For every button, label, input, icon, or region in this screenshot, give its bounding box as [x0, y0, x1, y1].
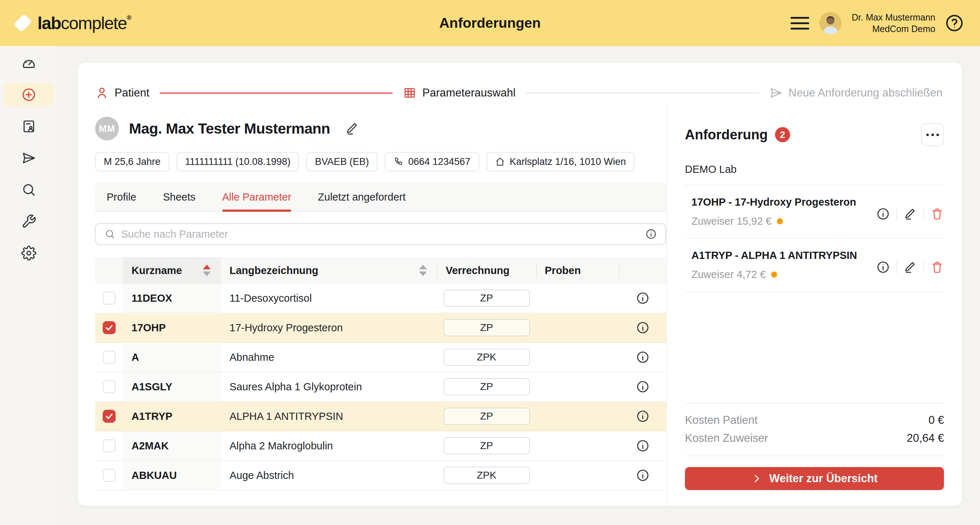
cell-kurzname: A	[123, 343, 221, 371]
parameter-tabs: Profile Sheets Alle Parameter Zuletzt an…	[95, 183, 666, 212]
sidebar-item-new-request[interactable]	[3, 83, 54, 106]
cell-kurzname: 11DEOX	[123, 284, 221, 312]
costs-summary: Kosten Patient 0 € Kosten Zuweiser 20,64…	[685, 404, 944, 455]
cell-langbezeichnung: 11-Desoxycortisol	[221, 292, 437, 304]
sample-dot	[771, 271, 777, 278]
stepper: Patient Parameterauswahl Neue Anforderun…	[78, 63, 962, 106]
sidebar-item-send[interactable]	[3, 146, 54, 170]
row-info-icon[interactable]	[636, 468, 650, 482]
logo-text: labcomplete®	[37, 13, 131, 33]
person-icon	[95, 86, 109, 100]
row-checkbox[interactable]	[103, 321, 116, 334]
step-patient[interactable]: Patient	[95, 86, 150, 100]
order-item-price-label: Zuweiser 15,92 €	[691, 215, 772, 227]
cell-kurzname: ABKUAU	[123, 461, 221, 490]
order-item-price-label: Zuweiser 4,72 €	[691, 269, 765, 281]
more-options-button[interactable]	[921, 123, 944, 146]
row-info-icon[interactable]	[636, 291, 650, 305]
chip-ssn: 1111111111 (10.08.1998)	[177, 152, 299, 171]
chip-phone: 0664 1234567	[385, 152, 479, 171]
row-checkbox[interactable]	[103, 292, 116, 305]
sidebar-item-settings[interactable]	[3, 241, 54, 265]
column-header-langbezeichnung[interactable]: Langbezeichnung	[221, 257, 437, 284]
row-checkbox[interactable]	[103, 469, 116, 482]
divider	[923, 208, 924, 220]
step-patient-label: Patient	[115, 86, 150, 99]
column-header-proben: Proben	[536, 257, 619, 284]
verrechnung-button[interactable]: ZP	[444, 319, 530, 336]
verrechnung-button[interactable]: ZPK	[444, 349, 530, 366]
column-header-kurzname[interactable]: Kurzname	[123, 257, 221, 284]
info-icon[interactable]	[876, 207, 890, 221]
sidebar-item-patient-records[interactable]	[3, 114, 54, 138]
send-icon	[769, 86, 783, 100]
user-name: Dr. Max Mustermann	[852, 11, 935, 24]
edit-patient-button[interactable]	[345, 122, 359, 135]
table-row: 17OHP 17-Hydroxy Progesteron ZP	[95, 313, 666, 343]
menu-icon[interactable]	[791, 17, 809, 30]
order-item-price: Zuweiser 15,92 €	[691, 215, 876, 227]
row-checkbox[interactable]	[103, 380, 116, 393]
pencil-icon[interactable]	[904, 261, 916, 274]
tab-profile[interactable]: Profile	[107, 183, 136, 211]
help-icon[interactable]	[945, 14, 963, 32]
search-input[interactable]	[121, 228, 640, 240]
sidebar-item-tools[interactable]	[3, 209, 54, 233]
lab-name: DEMO Lab	[685, 163, 944, 175]
home-icon	[495, 157, 505, 167]
column-header-actions	[619, 257, 666, 284]
tab-zuletzt-angefordert[interactable]: Zuletzt angefordert	[318, 183, 405, 211]
logo-complete: complete	[61, 13, 127, 33]
patient-name: Mag. Max Tester Mustermann	[129, 120, 330, 137]
row-info-icon[interactable]	[636, 351, 650, 364]
user-avatar[interactable]	[819, 12, 842, 34]
step-parameter[interactable]: Parameterauswahl	[403, 86, 515, 100]
continue-to-overview-button[interactable]: Weiter zur Übersicht	[685, 467, 944, 490]
order-item: 17OHP - 17-Hydroxy Progesteron Zuweiser …	[685, 186, 944, 239]
verrechnung-button[interactable]: ZPK	[444, 467, 530, 484]
user-info: Dr. Max Mustermann MedCom Demo	[852, 11, 935, 35]
step-finish-label: Neue Anforderung abschließen	[789, 86, 943, 99]
cell-langbezeichnung: ALPHA 1 ANTITRYPSIN	[221, 411, 437, 422]
row-checkbox[interactable]	[103, 410, 116, 423]
order-item: A1TRYP - ALPHA 1 ANTITRYPSIN Zuweiser 4,…	[685, 239, 944, 292]
verrechnung-button[interactable]: ZP	[444, 378, 530, 395]
cell-langbezeichnung: Abnahme	[221, 351, 437, 363]
table-row: A1SGLY Saures Alpha 1 Glykoprotein ZP	[95, 372, 666, 402]
divider	[896, 208, 897, 220]
order-item-title: A1TRYP - ALPHA 1 ANTITRYPSIN	[691, 249, 876, 262]
row-info-icon[interactable]	[636, 439, 650, 453]
trash-icon[interactable]	[930, 207, 944, 221]
cost-label: Kosten Zuweiser	[685, 432, 768, 445]
tab-sheets[interactable]: Sheets	[163, 183, 195, 211]
dashboard-icon	[21, 56, 37, 71]
sidebar	[0, 46, 58, 525]
sidebar-item-dashboard[interactable]	[3, 51, 54, 75]
cost-value: 20,64 €	[907, 432, 944, 445]
send-icon	[21, 151, 37, 166]
search-icon	[21, 182, 37, 197]
row-checkbox[interactable]	[103, 351, 116, 364]
phone-icon	[393, 157, 404, 167]
row-info-icon[interactable]	[636, 409, 650, 423]
verrechnung-button[interactable]: ZP	[444, 437, 530, 454]
verrechnung-button[interactable]: ZP	[444, 290, 530, 307]
cell-langbezeichnung: Saures Alpha 1 Glykoprotein	[221, 381, 437, 393]
check-icon	[105, 412, 114, 421]
tab-alle-parameter[interactable]: Alle Parameter	[222, 183, 291, 211]
column-header-kurzname-label: Kurzname	[132, 265, 182, 276]
cell-kurzname: A1SGLY	[123, 372, 221, 401]
sidebar-item-search[interactable]	[3, 178, 54, 201]
patient-chips: M 25,6 Jahre 1111111111 (10.08.1998) BVA…	[95, 152, 666, 171]
pencil-icon[interactable]	[904, 208, 916, 220]
row-info-icon[interactable]	[636, 321, 650, 335]
parameter-table: Kurzname Langbezeichnung Verrechnung Pro…	[95, 257, 666, 490]
row-info-icon[interactable]	[636, 380, 650, 393]
cell-langbezeichnung: Alpha 2 Makroglobulin	[221, 440, 437, 452]
trash-icon[interactable]	[930, 260, 944, 274]
row-checkbox[interactable]	[103, 439, 116, 452]
step-finish[interactable]: Neue Anforderung abschließen	[769, 86, 943, 100]
info-icon[interactable]	[876, 260, 890, 274]
info-icon[interactable]	[645, 228, 657, 240]
verrechnung-button[interactable]: ZP	[444, 408, 530, 425]
